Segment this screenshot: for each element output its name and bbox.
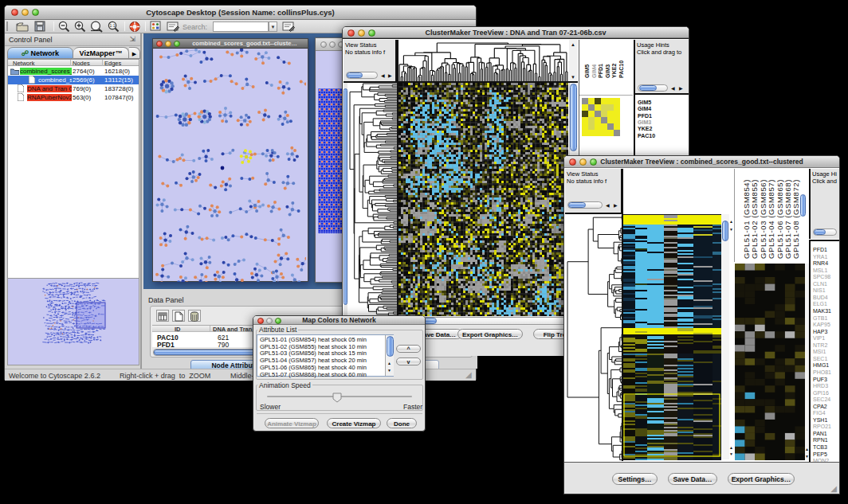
svg-text:1:1: 1:1 <box>110 23 116 28</box>
